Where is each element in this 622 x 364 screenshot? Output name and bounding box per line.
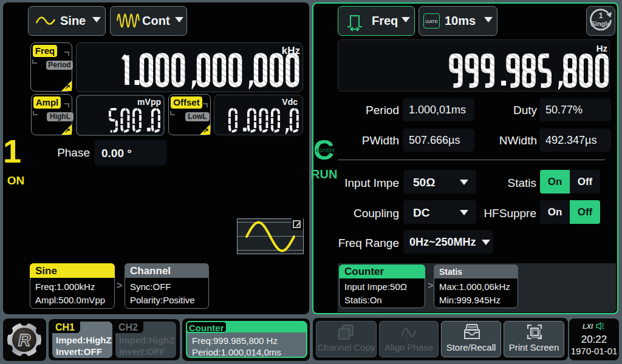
svg-text:R: R	[18, 331, 31, 349]
svg-text:1: 1	[598, 11, 603, 20]
svg-text:Single: Single	[590, 20, 610, 27]
